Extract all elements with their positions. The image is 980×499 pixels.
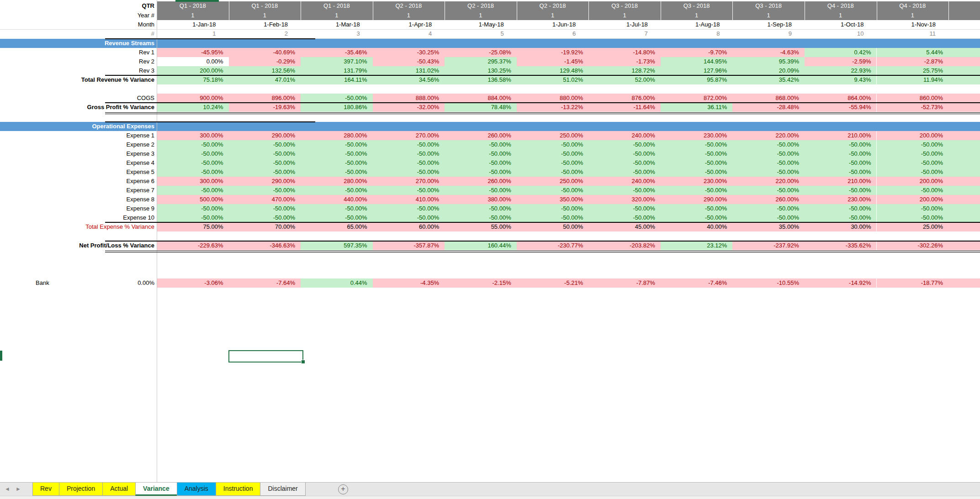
cell[interactable]: -50.00%	[517, 140, 589, 149]
cell[interactable]: -2.15%	[445, 278, 517, 288]
cell-partial[interactable]	[948, 177, 980, 186]
row-label[interactable]: Rev 3	[0, 66, 154, 75]
cell[interactable]: -50.00%	[229, 204, 301, 213]
cell-partial[interactable]	[948, 131, 980, 140]
cell[interactable]: 0.00%	[157, 57, 229, 66]
cell[interactable]: -14.80%	[588, 48, 661, 57]
col-number-cell[interactable]: 11	[877, 29, 949, 38]
cell[interactable]: -50.00%	[157, 149, 229, 158]
cell[interactable]: 240.00%	[588, 131, 661, 140]
cell-partial[interactable]	[948, 278, 980, 288]
col-number-cell[interactable]: 8	[661, 29, 733, 38]
cell[interactable]: -50.00%	[805, 204, 877, 213]
cell[interactable]: 410.00%	[373, 195, 445, 204]
cell[interactable]: 200.00%	[157, 66, 229, 75]
cell[interactable]: 52.00%	[588, 75, 661, 84]
cell[interactable]: -50.00%	[229, 213, 301, 222]
cell[interactable]: 10.24%	[157, 103, 229, 112]
cell[interactable]: -7.46%	[661, 278, 733, 288]
cell[interactable]: -50.00%	[301, 94, 373, 103]
cell[interactable]: 230.00%	[805, 195, 877, 204]
row-label[interactable]: Expense 9	[0, 204, 154, 213]
cell[interactable]: -50.00%	[373, 168, 445, 177]
cell[interactable]: 300.00%	[157, 131, 229, 140]
cell[interactable]: -2.59%	[805, 57, 877, 66]
cell[interactable]: 160.44%	[445, 241, 517, 250]
cell[interactable]: 9.43%	[805, 75, 877, 84]
qtr-header-cell[interactable]: Q3 - 2018	[661, 1, 733, 11]
cell[interactable]: -50.00%	[445, 204, 517, 213]
cell[interactable]: -50.00%	[517, 204, 589, 213]
cell[interactable]: 884.00%	[445, 94, 517, 103]
year-header-cell[interactable]: 1	[517, 11, 589, 20]
cell[interactable]: 397.10%	[301, 57, 373, 66]
qtr-header-cell[interactable]: Q4 - 2018	[877, 1, 949, 11]
cell[interactable]: -30.25%	[373, 48, 445, 57]
cell[interactable]: 78.48%	[445, 103, 517, 112]
cell[interactable]: -237.92%	[732, 241, 805, 250]
cell[interactable]: -357.87%	[373, 241, 445, 250]
cell[interactable]: 876.00%	[588, 94, 661, 103]
month-header-cell[interactable]: 1-Nov-18	[877, 20, 949, 29]
col-number-cell[interactable]: 10	[805, 29, 877, 38]
cell[interactable]: 230.00%	[661, 131, 733, 140]
cell-partial[interactable]	[948, 48, 980, 57]
cell[interactable]: -50.00%	[373, 204, 445, 213]
cell[interactable]: 136.58%	[445, 75, 517, 84]
cell[interactable]: -230.77%	[517, 241, 589, 250]
cell-partial[interactable]	[948, 195, 980, 204]
cell[interactable]: -229.63%	[157, 241, 229, 250]
cell[interactable]: 860.00%	[877, 94, 949, 103]
cell[interactable]: 131.79%	[301, 66, 373, 75]
cell[interactable]: -50.00%	[661, 186, 733, 195]
cell[interactable]: 220.00%	[732, 177, 805, 186]
cell[interactable]: -50.00%	[157, 186, 229, 195]
col-number-cell[interactable]: 5	[445, 29, 517, 38]
cell[interactable]: -50.00%	[877, 158, 949, 168]
cell[interactable]: -9.70%	[661, 48, 733, 57]
cell[interactable]: 270.00%	[373, 177, 445, 186]
sheet-tab-variance[interactable]: Variance	[135, 483, 177, 496]
cell[interactable]: -50.00%	[517, 158, 589, 168]
cell[interactable]: -50.00%	[588, 140, 661, 149]
cell[interactable]: -50.00%	[157, 158, 229, 168]
sheet-tab-instruction[interactable]: Instruction	[216, 483, 261, 496]
cell[interactable]: -19.92%	[517, 48, 589, 57]
row-label[interactable]: Rev 1	[0, 48, 154, 57]
cell[interactable]: 128.72%	[588, 66, 661, 75]
year-header-cell[interactable]: 1	[301, 11, 373, 20]
cell[interactable]: -28.48%	[732, 103, 805, 112]
cell-partial[interactable]	[948, 186, 980, 195]
cell-partial[interactable]	[948, 57, 980, 66]
cell[interactable]: 51.02%	[517, 75, 589, 84]
cell[interactable]: 25.00%	[877, 222, 949, 231]
cell[interactable]: 127.96%	[661, 66, 733, 75]
cell[interactable]: 25.75%	[877, 66, 949, 75]
row-label[interactable]: Expense 10	[0, 213, 154, 222]
cell[interactable]: -25.08%	[445, 48, 517, 57]
cell[interactable]: 164.11%	[301, 75, 373, 84]
cell[interactable]: 896.00%	[229, 94, 301, 103]
cell[interactable]: 240.00%	[588, 177, 661, 186]
cell[interactable]: 65.00%	[301, 222, 373, 231]
cell[interactable]: 250.00%	[517, 131, 589, 140]
cell-partial[interactable]	[948, 168, 980, 177]
cell[interactable]: -1.45%	[517, 57, 589, 66]
col-number-cell[interactable]: 1	[157, 29, 229, 38]
cell-partial[interactable]	[948, 103, 980, 112]
cell[interactable]: -50.00%	[588, 158, 661, 168]
cell-partial[interactable]	[948, 75, 980, 84]
cell[interactable]: -50.00%	[732, 186, 805, 195]
cell[interactable]: 270.00%	[373, 131, 445, 140]
year-header-cell[interactable]: 1	[877, 11, 949, 20]
cell[interactable]: 597.35%	[301, 241, 373, 250]
cell[interactable]: -50.00%	[301, 140, 373, 149]
cell[interactable]: -50.00%	[732, 213, 805, 222]
add-sheet-button[interactable]: +	[338, 484, 348, 494]
cell[interactable]: -0.29%	[229, 57, 301, 66]
cell[interactable]: 180.86%	[301, 103, 373, 112]
cell[interactable]: 260.00%	[445, 177, 517, 186]
cell[interactable]: -50.00%	[732, 149, 805, 158]
cell[interactable]: -50.00%	[301, 168, 373, 177]
cell[interactable]: -50.00%	[301, 204, 373, 213]
